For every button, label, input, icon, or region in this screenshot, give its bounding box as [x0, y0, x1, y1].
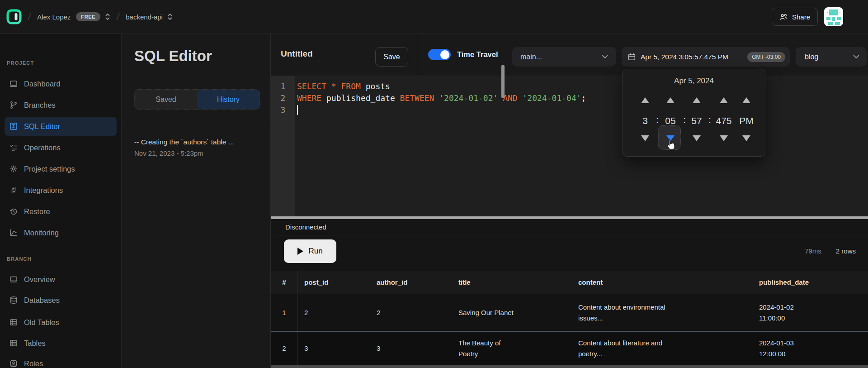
- sidebar-item-label: Project settings: [24, 165, 75, 173]
- cell-published-date: 2024-01-03 12:00:00: [753, 338, 868, 359]
- sidebar-item-operations[interactable]: Operations: [5, 138, 117, 157]
- meridiem-down-arrow[interactable]: [742, 135, 750, 141]
- user-switcher-chevrons[interactable]: [105, 13, 110, 21]
- sql-string: '2024-01-04': [518, 93, 581, 103]
- second-down-arrow[interactable]: [693, 135, 701, 141]
- millisecond-spinner: 475: [711, 94, 736, 144]
- code-line: 2 WHERE published_date BETWEEN '2024-01-…: [271, 92, 868, 104]
- horizontal-scrollbar[interactable]: [271, 365, 868, 368]
- sidebar-item-restore[interactable]: Restore: [5, 202, 117, 221]
- second-value[interactable]: 57: [684, 115, 709, 127]
- database-icon: [9, 296, 18, 305]
- cell-index: 2: [271, 332, 298, 365]
- gear-icon: [9, 164, 18, 173]
- hour-value[interactable]: 3: [632, 115, 658, 127]
- millisecond-down-arrow[interactable]: [720, 135, 728, 141]
- history-query-date: Nov 21, 2023 - 5:23pm: [134, 149, 261, 157]
- play-icon: [297, 248, 303, 255]
- hour-spinner: 3: [632, 94, 658, 144]
- column-header-author-id: author_id: [370, 277, 452, 288]
- code-line: 1 SELECT * FROM posts: [271, 81, 868, 92]
- neon-logo[interactable]: [6, 9, 22, 24]
- sidebar-item-label: Overview: [24, 275, 55, 284]
- sql-editor-panel: SQL Editor Saved History -- Creating the…: [122, 34, 271, 368]
- sidebar-item-label: SQL Editor: [24, 122, 60, 131]
- connection-status-text: Disconnected: [285, 223, 326, 231]
- history-query-text: -- Creating the `authors` table ...: [134, 138, 261, 146]
- hour-up-arrow[interactable]: [641, 97, 649, 103]
- sidebar-item-label: Old Tables: [24, 318, 59, 327]
- second-up-arrow[interactable]: [693, 97, 701, 103]
- sql-punctuation: ;: [581, 93, 586, 103]
- project-switcher-chevrons[interactable]: [167, 13, 173, 21]
- sidebar-item-roles[interactable]: Roles: [5, 354, 117, 368]
- connection-status: Disconnected: [271, 219, 868, 235]
- line-number: 3: [271, 104, 295, 116]
- tab-saved[interactable]: Saved: [135, 90, 197, 109]
- integrations-icon: [9, 186, 18, 195]
- sidebar-item-label: Roles: [24, 359, 43, 368]
- share-button-label: Share: [792, 13, 810, 21]
- avatar-pattern: [824, 7, 843, 26]
- sidebar-item-dashboard[interactable]: Dashboard: [5, 74, 117, 93]
- table-row: 2 3 3 The Beauty of Poetry Content about…: [271, 332, 868, 365]
- sidebar-section-branch: BRANCH: [7, 256, 32, 262]
- run-button[interactable]: Run: [284, 239, 336, 263]
- datetime-picker-button[interactable]: Apr 5, 2024 3:05:57.475 PM GMT -03:00: [622, 47, 790, 67]
- cell-content: Content about environmental issues...: [572, 302, 753, 324]
- sql-identifier: posts: [361, 81, 390, 91]
- breadcrumb-user[interactable]: Alex Lopez: [37, 13, 71, 21]
- sidebar-item-overview[interactable]: Overview: [5, 270, 117, 289]
- sidebar-item-label: Tables: [24, 339, 46, 348]
- sidebar-item-branches[interactable]: Branches: [5, 96, 117, 115]
- sidebar-item-project-settings[interactable]: Project settings: [5, 159, 117, 178]
- sidebar-item-databases[interactable]: Databases: [5, 291, 117, 310]
- text-caret: [297, 105, 298, 115]
- sidebar-item-label: Integrations: [24, 186, 63, 195]
- mouse-cursor: [665, 139, 676, 151]
- minute-value[interactable]: 05: [658, 115, 683, 127]
- calendar-icon: [627, 53, 636, 61]
- column-header-title: title: [452, 277, 572, 288]
- tab-history[interactable]: History: [197, 90, 259, 109]
- cell-post-id: 2: [298, 307, 370, 318]
- operations-icon: [9, 143, 18, 152]
- database-select[interactable]: blog: [796, 47, 867, 67]
- sql-code-editor[interactable]: 1 SELECT * FROM posts 2 WHERE published_…: [271, 76, 868, 216]
- database-select-value: blog: [805, 53, 818, 61]
- line-number: 1: [271, 81, 295, 92]
- sidebar: PROJECT Dashboard Branches SQL Editor Op…: [0, 34, 122, 368]
- meridiem-spinner: PM: [734, 94, 759, 144]
- sql-string: '2024-01-02': [434, 93, 498, 103]
- sidebar-item-monitoring[interactable]: Monitoring: [5, 223, 117, 242]
- avatar[interactable]: [824, 7, 843, 26]
- share-button[interactable]: Share: [772, 8, 818, 26]
- table-icon: [9, 318, 18, 327]
- cell-content: Content about literature and poetry...: [572, 338, 753, 359]
- column-header-index: #: [271, 271, 298, 294]
- breadcrumb-project[interactable]: backend-api: [126, 13, 163, 21]
- meridiem-up-arrow[interactable]: [742, 97, 750, 103]
- branch-select[interactable]: main...: [512, 47, 616, 67]
- sql-identifier: published_date: [321, 93, 400, 103]
- millisecond-up-arrow[interactable]: [720, 97, 728, 103]
- toggle-knob: [440, 50, 449, 59]
- time-travel-toggle[interactable]: [428, 49, 451, 60]
- query-row-count: 2 rows: [836, 247, 856, 255]
- sidebar-item-old-tables[interactable]: Old Tables: [5, 313, 117, 332]
- editor-scrollbar-thumb[interactable]: [501, 65, 505, 98]
- millisecond-value[interactable]: 475: [711, 115, 736, 127]
- column-header-content: content: [572, 277, 753, 288]
- chevron-updown-icon: [167, 13, 173, 21]
- editor-header: Untitled Save Time Travel main... Apr 5,…: [271, 34, 868, 76]
- minute-up-arrow[interactable]: [666, 97, 675, 103]
- sidebar-item-label: Restore: [24, 207, 50, 216]
- sidebar-item-tables[interactable]: Tables: [5, 334, 117, 353]
- save-button[interactable]: Save: [375, 47, 408, 67]
- history-list-item[interactable]: -- Creating the `authors` table ... Nov …: [134, 138, 261, 157]
- hour-down-arrow[interactable]: [641, 135, 649, 141]
- chevron-down-icon: [853, 55, 859, 59]
- meridiem-value[interactable]: PM: [734, 115, 759, 127]
- sidebar-item-integrations[interactable]: Integrations: [5, 181, 117, 200]
- sidebar-item-sql-editor[interactable]: SQL Editor: [5, 117, 117, 136]
